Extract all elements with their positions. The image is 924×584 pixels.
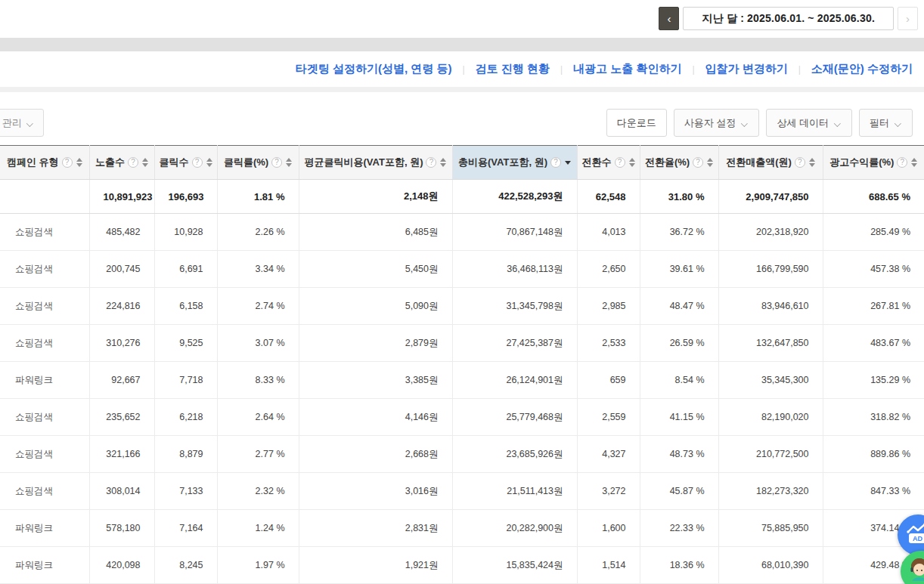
table-row-cell: 4,013 [577,214,640,251]
column-header-label: 클릭률(%) [224,156,268,169]
help-icon[interactable]: ? [693,157,703,168]
chevron-down-icon [895,121,902,125]
campaign-manage-dropdown[interactable]: 인 관리 [0,109,44,137]
help-icon[interactable]: ? [550,157,561,168]
table-row-cell: 7,133 [154,473,217,510]
table-row-cell: 5,090원 [299,288,452,325]
campaign-stats-table: 캠페인 유형?노출수?클릭수?클릭률(%)?평균클릭비용(VAT포함, 원)?총… [0,145,924,584]
table-row-cell: 26,124,901원 [452,362,577,399]
link-check-ad-exposure[interactable]: 내광고 노출 확인하기 [573,62,681,76]
table-row-cell: 182,273,320 [718,473,823,510]
column-header-label: 광고수익률(%) [829,156,894,169]
column-header-label: 클릭수 [160,156,189,169]
table-row-cell: 6,485원 [299,214,452,251]
table-row-cell: 2,668원 [299,436,452,473]
table-row-cell: 쇼핑검색 [0,288,89,325]
summary-row-cell: 196,693 [154,180,217,214]
link-change-bid[interactable]: 입찰가 변경하기 [705,62,788,76]
table-row-cell: 48.47 % [640,288,718,325]
table-row-cell: 8,245 [154,547,217,584]
table-row-cell: 1,921원 [299,547,452,584]
column-header-8[interactable]: 전환율(%)? [640,146,718,180]
help-icon[interactable]: ? [615,157,625,168]
table-row-cell: 202,318,920 [718,214,823,251]
table-row-cell: 310,276 [89,325,154,362]
chevron-down-icon [835,121,842,125]
table-row-cell: 2,831원 [299,510,452,547]
table-row-cell: 2.77 % [217,436,299,473]
table-row-cell: 2.26 % [217,214,299,251]
summary-row-cell [0,180,89,214]
table-row-cell: 9,525 [154,325,217,362]
table-row: 쇼핑검색321,1668,8792.77 %2,668원23,685,926원4… [0,436,924,473]
table-row-cell: 파워링크 [0,547,89,584]
next-period-button[interactable]: › [898,7,918,30]
table-row-cell: 2,985 [577,288,640,325]
column-header-10[interactable]: 광고수익률(%)? [823,146,924,180]
column-header-6[interactable]: 총비용(VAT포함, 원)? [452,146,577,180]
table-row-cell: 41.15 % [640,399,718,436]
help-icon[interactable]: ? [426,157,436,168]
column-header-5[interactable]: 평균클릭비용(VAT포함, 원)? [299,146,452,180]
sort-icon [142,158,148,167]
help-icon[interactable]: ? [128,157,138,168]
table-row-cell: 23,685,926원 [452,436,577,473]
table-row-cell: 70,867,148원 [452,214,577,251]
table-row-cell: 5,450원 [299,251,452,288]
sort-icon [911,158,917,167]
prev-period-button[interactable]: ‹ [659,7,679,30]
chart-line-ad-icon: AD [905,523,924,547]
download-button[interactable]: 다운로드 [606,109,667,137]
table-row-cell: 15,835,424원 [452,547,577,584]
panel-top-strip [0,87,924,92]
table-row-cell: 135.29 % [823,362,924,399]
table-row-cell: 3.34 % [217,251,299,288]
table-row-cell: 21,511,413원 [452,473,577,510]
table-row-cell: 235,652 [89,399,154,436]
help-icon[interactable]: ? [192,157,203,168]
table-row-cell: 31,345,798원 [452,288,577,325]
sort-icon [565,161,571,165]
table-row-cell: 318.82 % [823,399,924,436]
link-review-status[interactable]: 검토 진행 현황 [476,62,550,76]
table-row: 쇼핑검색224,8166,1582.74 %5,090원31,345,798원2… [0,288,924,325]
chevron-down-icon [27,121,34,125]
table-row-cell: 83,946,610 [718,288,823,325]
sort-icon [629,158,635,167]
table-row-cell: 3,385원 [299,362,452,399]
table-row-cell: 1,600 [577,510,640,547]
sort-icon [809,158,815,167]
column-header-1[interactable]: 캠페인 유형? [0,146,89,180]
table-row-cell: 210,772,500 [718,436,823,473]
table-row-cell: 308,014 [89,473,154,510]
detail-data-button[interactable]: 상세 데이터 [766,109,852,137]
table-row-cell: 2,879원 [299,325,452,362]
user-settings-button[interactable]: 사용자 설정 [674,109,760,137]
column-header-7[interactable]: 전환수? [577,146,640,180]
table-row-cell: 쇼핑검색 [0,473,89,510]
table-row-cell: 847.33 % [823,473,924,510]
column-header-label: 전환수 [582,156,612,169]
support-agent-avatar-icon [906,555,924,584]
link-targeting-settings[interactable]: 타겟팅 설정하기(성별, 연령 등) [296,62,452,76]
sort-icon [286,158,292,167]
table-row: 쇼핑검색485,48210,9282.26 %6,485원70,867,148원… [0,214,924,251]
table-row-cell: 7,164 [154,510,217,547]
column-header-3[interactable]: 클릭수? [154,146,217,180]
table-row-cell: 쇼핑검색 [0,436,89,473]
table-row-cell: 2.32 % [217,473,299,510]
table-row-cell: 27,425,387원 [452,325,577,362]
column-header-2[interactable]: 노출수? [89,146,154,180]
table-row: 파워링크92,6677,7188.33 %3,385원26,124,901원65… [0,362,924,399]
help-icon[interactable]: ? [62,157,73,168]
table-row-cell: 166,799,590 [718,251,823,288]
column-header-4[interactable]: 클릭률(%)? [217,146,299,180]
column-header-9[interactable]: 전환매출액(원)? [718,146,823,180]
summary-row-cell: 10,891,923 [89,180,154,214]
link-edit-creative[interactable]: 소재(문안) 수정하기 [811,62,913,76]
help-icon[interactable]: ? [795,157,805,168]
help-icon[interactable]: ? [897,157,907,168]
help-icon[interactable]: ? [271,157,282,168]
filter-button[interactable]: 필터 [859,109,913,137]
summary-row-cell: 1.81 % [217,180,299,214]
